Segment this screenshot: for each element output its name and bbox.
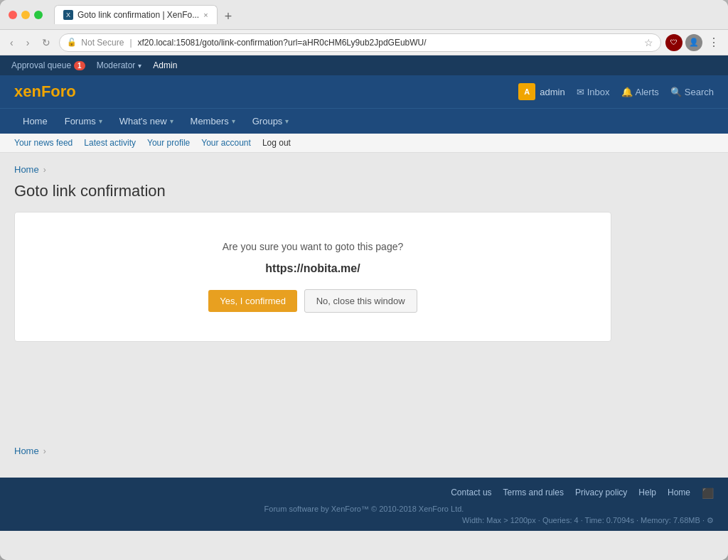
search-icon: 🔍 [670, 87, 682, 97]
footer-debug: Width: Max > 1200px · Queries: 4 · Time:… [14, 516, 714, 525]
tab-title: Goto link confirmation | XenFo... [77, 10, 199, 20]
page-title: Goto link confirmation [14, 182, 714, 200]
url-text: xf20.local:15081/goto/link-confirmation?… [138, 38, 641, 48]
forward-button[interactable]: › [22, 34, 34, 51]
confirm-button[interactable]: Yes, I confirmed [208, 290, 297, 312]
footer-privacy-link[interactable]: Privacy policy [575, 488, 627, 499]
logo-foro: Foro [41, 82, 76, 100]
nav-forums[interactable]: Forums ▾ [56, 109, 111, 134]
rss-icon[interactable]: ⬛ [702, 488, 714, 499]
confirmation-question: Are you sure you want to goto this page? [29, 241, 596, 252]
alerts-link[interactable]: 🔔 Alerts [621, 87, 659, 97]
browser-navbar: ‹ › ↻ 🔓 Not Secure | xf20.local:15081/go… [0, 30, 728, 55]
nav-home-label: Home [23, 116, 48, 126]
your-account-link[interactable]: Your account [201, 138, 251, 148]
address-bar[interactable]: 🔓 Not Secure | xf20.local:15081/goto/lin… [59, 33, 661, 52]
maximize-button[interactable] [34, 11, 43, 19]
browser-tabs: X Goto link confirmation | XenFo... × + [54, 5, 236, 24]
confirmation-box: Are you sure you want to goto this page?… [14, 212, 611, 342]
log-out-link[interactable]: Log out [262, 138, 291, 148]
site-logo[interactable]: xenForo [14, 82, 76, 101]
search-label: Search [685, 87, 714, 97]
content-area: Home › Goto link confirmation Are you su… [0, 153, 728, 437]
alerts-icon: 🔔 [621, 87, 633, 97]
moderator-chevron: ▾ [138, 62, 141, 70]
nav-groups-label: Groups [252, 116, 283, 126]
header-right: A admin ✉ Inbox 🔔 Alerts 🔍 Search [518, 83, 714, 100]
forums-chevron: ▾ [99, 117, 102, 125]
news-feed-link[interactable]: Your news feed [14, 138, 73, 148]
moderator-label: Moderator [97, 60, 136, 70]
tab-close-button[interactable]: × [203, 11, 208, 19]
cancel-button[interactable]: No, close this window [304, 289, 417, 313]
site-footer: Contact us Terms and rules Privacy polic… [0, 478, 728, 531]
nav-whats-new-label: What's new [119, 116, 167, 126]
site-content: Approval queue 1 Moderator ▾ Admin xenFo… [0, 55, 728, 560]
groups-chevron: ▾ [285, 117, 289, 125]
new-tab-button[interactable]: + [220, 9, 237, 24]
menu-icon[interactable]: ⋮ [705, 34, 722, 51]
user-info: A admin [518, 83, 564, 100]
admin-item[interactable]: Admin [153, 60, 177, 70]
approval-queue-item[interactable]: Approval queue 1 [11, 60, 85, 70]
nav-whats-new[interactable]: What's new ▾ [111, 109, 182, 134]
minimize-button[interactable] [21, 11, 30, 19]
inbox-label: Inbox [587, 87, 610, 97]
breadcrumb: Home › [14, 164, 714, 175]
nav-members[interactable]: Members ▾ [182, 109, 244, 134]
inbox-link[interactable]: ✉ Inbox [577, 87, 610, 97]
footer-breadcrumb-separator: › [43, 446, 46, 456]
reload-button[interactable]: ↻ [38, 34, 55, 51]
shield-icon[interactable]: 🛡 [665, 34, 682, 51]
approval-badge: 1 [74, 61, 85, 70]
main-nav: Home Forums ▾ What's new ▾ Members ▾ Gro… [0, 108, 728, 134]
nav-members-label: Members [191, 116, 229, 126]
footer-breadcrumb-links: Home › [14, 446, 714, 456]
site-header: xenForo A admin ✉ Inbox 🔔 Alerts 🔍 Searc… [0, 75, 728, 108]
your-profile-link[interactable]: Your profile [147, 138, 190, 148]
confirmation-url: https://nobita.me/ [29, 262, 596, 275]
latest-activity-link[interactable]: Latest activity [84, 138, 136, 148]
whats-new-chevron: ▾ [170, 117, 173, 125]
logo-xen: xen [14, 82, 41, 100]
members-chevron: ▾ [232, 117, 235, 125]
user-profile-icon[interactable]: 👤 [685, 34, 702, 51]
footer-copyright: Forum software by XenForo™ © 2010-2018 X… [14, 505, 714, 513]
footer-breadcrumb-home[interactable]: Home [14, 446, 39, 456]
active-tab[interactable]: X Goto link confirmation | XenFo... × [54, 5, 218, 24]
user-avatar[interactable]: A [518, 83, 535, 100]
footer-breadcrumb: Home › [0, 437, 728, 478]
nav-groups[interactable]: Groups ▾ [244, 109, 298, 134]
footer-links: Contact us Terms and rules Privacy polic… [14, 488, 714, 499]
alerts-label: Alerts [636, 87, 659, 97]
browser-nav-icons: 🛡 👤 ⋮ [665, 34, 722, 51]
moderator-item[interactable]: Moderator ▾ [97, 60, 142, 70]
admin-bar: Approval queue 1 Moderator ▾ Admin [0, 55, 728, 75]
traffic-lights [9, 11, 43, 19]
footer-help-link[interactable]: Help [638, 488, 656, 499]
close-button[interactable] [9, 11, 17, 19]
browser-titlebar: X Goto link confirmation | XenFo... × + [0, 0, 728, 30]
breadcrumb-home[interactable]: Home [14, 164, 39, 175]
search-link[interactable]: 🔍 Search [670, 87, 714, 97]
bookmark-star[interactable]: ☆ [644, 37, 653, 48]
footer-contact-link[interactable]: Contact us [451, 488, 491, 499]
tab-favicon: X [63, 10, 73, 20]
not-secure-label: Not Secure [81, 38, 124, 48]
footer-home-link[interactable]: Home [668, 488, 690, 499]
inbox-icon: ✉ [577, 87, 584, 97]
admin-label: Admin [153, 60, 177, 70]
footer-terms-link[interactable]: Terms and rules [503, 488, 564, 499]
username-label: admin [540, 87, 564, 97]
back-button[interactable]: ‹ [6, 34, 18, 51]
nav-forums-label: Forums [65, 116, 96, 126]
sub-nav: Your news feed Latest activity Your prof… [0, 134, 728, 153]
approval-queue-label: Approval queue [11, 60, 71, 70]
breadcrumb-separator: › [43, 165, 46, 175]
not-secure-icon: 🔓 [67, 38, 77, 47]
nav-home[interactable]: Home [14, 109, 56, 134]
